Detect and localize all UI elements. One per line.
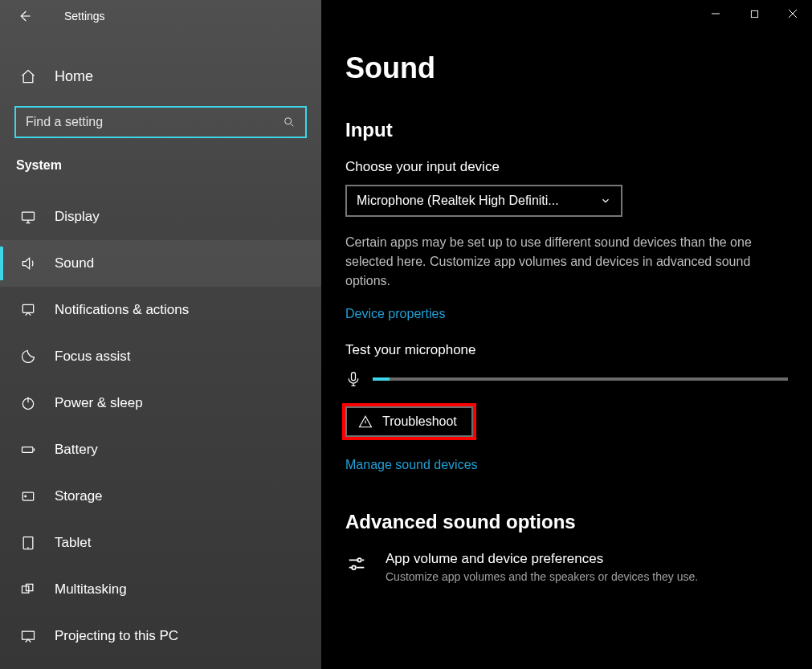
svg-point-6	[25, 496, 27, 497]
sidebar-item-storage[interactable]: Storage	[0, 473, 321, 520]
svg-rect-9	[27, 584, 33, 590]
sidebar-item-multitasking[interactable]: Multitasking	[0, 566, 321, 613]
manage-sound-devices-link[interactable]: Manage sound devices	[345, 458, 478, 472]
input-device-dropdown[interactable]: Microphone (Realtek High Definiti...	[345, 185, 622, 217]
maximize-icon	[750, 10, 759, 18]
home-nav-item[interactable]: Home	[0, 56, 321, 96]
input-section-heading: Input	[345, 119, 788, 141]
svg-rect-1	[22, 212, 35, 220]
sidebar-item-label: Storage	[55, 488, 103, 504]
sidebar-category: System	[0, 138, 321, 179]
svg-point-13	[357, 558, 361, 562]
svg-rect-12	[352, 373, 356, 381]
app-volume-row[interactable]: App volume and device preferences Custom…	[345, 551, 788, 583]
minimize-icon	[711, 9, 720, 18]
sidebar-item-power[interactable]: Power & sleep	[0, 380, 321, 426]
svg-rect-10	[22, 631, 35, 639]
main-content: Sound Input Choose your input device Mic…	[321, 0, 812, 669]
minimize-button[interactable]	[696, 0, 735, 27]
sidebar: Settings Home System Display	[0, 0, 321, 669]
close-icon	[788, 9, 798, 18]
search-icon	[283, 116, 296, 128]
close-button[interactable]	[773, 0, 812, 27]
sidebar-nav-list: Display Sound Notifications & actions Fo…	[0, 194, 321, 659]
sidebar-item-label: Multitasking	[55, 581, 127, 598]
display-icon	[19, 208, 37, 226]
window-controls	[696, 0, 812, 27]
device-properties-link[interactable]: Device properties	[345, 307, 446, 321]
sidebar-item-notifications[interactable]: Notifications & actions	[0, 287, 321, 333]
mic-level-bar	[373, 377, 788, 381]
tablet-icon	[19, 534, 37, 552]
sidebar-item-label: Sound	[55, 255, 94, 271]
maximize-button[interactable]	[735, 0, 773, 27]
sliders-icon	[345, 553, 369, 577]
window-title: Settings	[64, 10, 105, 22]
warning-icon	[358, 414, 373, 429]
search-box[interactable]	[14, 106, 307, 138]
app-volume-title: App volume and device preferences	[386, 551, 698, 567]
projecting-icon	[19, 627, 37, 645]
sidebar-item-label: Display	[55, 209, 100, 225]
apps-note-text: Certain apps may be set up to use differ…	[345, 233, 788, 291]
power-icon	[19, 394, 37, 412]
search-input[interactable]	[26, 115, 283, 129]
page-title: Sound	[345, 51, 788, 85]
input-device-selected: Microphone (Realtek High Definiti...	[357, 194, 559, 208]
svg-rect-8	[22, 586, 29, 593]
storage-icon	[19, 487, 37, 505]
sidebar-item-tablet[interactable]: Tablet	[0, 520, 321, 566]
microphone-icon	[345, 369, 361, 389]
svg-point-0	[285, 118, 292, 124]
sidebar-item-label: Focus assist	[55, 349, 130, 365]
sidebar-item-battery[interactable]: Battery	[0, 426, 321, 473]
sidebar-item-label: Battery	[55, 442, 98, 458]
sidebar-item-sound[interactable]: Sound	[0, 240, 321, 287]
svg-rect-2	[22, 304, 33, 312]
sound-icon	[19, 255, 37, 272]
multitasking-icon	[19, 581, 37, 598]
notifications-icon	[19, 301, 37, 319]
svg-point-14	[352, 565, 356, 569]
mic-level-fill	[373, 377, 390, 381]
troubleshoot-label: Troubleshoot	[382, 414, 457, 429]
sidebar-item-display[interactable]: Display	[0, 194, 321, 240]
test-mic-label: Test your microphone	[345, 342, 788, 358]
sidebar-item-label: Projecting to this PC	[55, 628, 178, 644]
sidebar-item-label: Power & sleep	[55, 395, 143, 411]
svg-rect-11	[751, 10, 757, 17]
troubleshoot-button[interactable]: Troubleshoot	[345, 406, 473, 437]
titlebar-left: Settings	[0, 0, 321, 32]
focus-icon	[19, 348, 37, 365]
advanced-section-heading: Advanced sound options	[345, 511, 788, 533]
svg-rect-4	[22, 447, 33, 453]
back-button[interactable]	[16, 8, 32, 24]
battery-icon	[19, 441, 37, 459]
home-icon	[19, 67, 37, 85]
chevron-down-icon	[600, 195, 611, 206]
arrow-left-icon	[17, 9, 31, 23]
choose-device-label: Choose your input device	[345, 159, 788, 175]
app-volume-subtitle: Customize app volumes and the speakers o…	[386, 570, 698, 583]
home-label: Home	[55, 68, 93, 85]
sidebar-item-focus[interactable]: Focus assist	[0, 333, 321, 380]
sidebar-item-label: Tablet	[55, 535, 91, 551]
sidebar-item-projecting[interactable]: Projecting to this PC	[0, 613, 321, 659]
sidebar-item-label: Notifications & actions	[55, 302, 189, 318]
